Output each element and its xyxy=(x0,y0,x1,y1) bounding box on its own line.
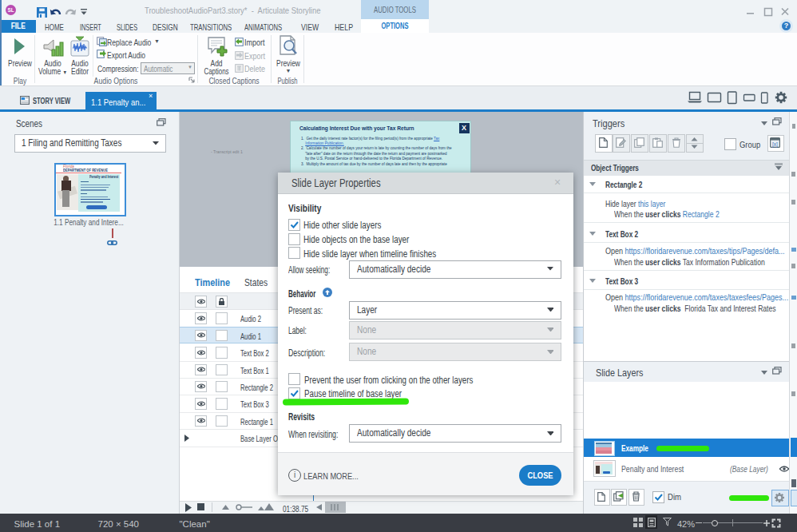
svg-text:[x]: [x] xyxy=(772,141,778,147)
